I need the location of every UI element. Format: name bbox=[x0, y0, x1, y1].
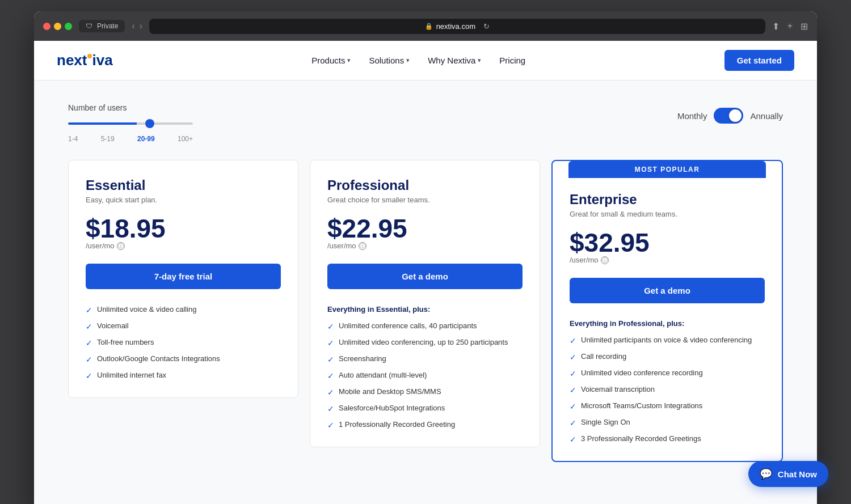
list-item: ✓ Salesforce/HubSpot Integrations bbox=[327, 404, 523, 413]
professional-plan-name: Professional bbox=[327, 177, 523, 193]
traffic-lights bbox=[43, 23, 72, 30]
maximize-button[interactable] bbox=[65, 23, 72, 30]
list-item: ✓ Unlimited internet fax bbox=[86, 371, 281, 380]
user-selector: Number of users 1-4 5-19 20-99 100+ bbox=[68, 103, 193, 143]
check-icon: ✓ bbox=[327, 338, 334, 348]
chat-icon: 💬 bbox=[760, 468, 772, 480]
nav-links: Products ▾ Solutions ▾ Why Nextiva ▾ Pri… bbox=[136, 56, 702, 65]
enterprise-info-icon[interactable]: ⓘ bbox=[601, 256, 609, 264]
new-tab-icon[interactable]: + bbox=[787, 21, 793, 32]
check-icon: ✓ bbox=[570, 336, 576, 345]
browser-actions: ⬆ + ⊞ bbox=[772, 21, 808, 32]
nav-why-nextiva[interactable]: Why Nextiva ▾ bbox=[428, 56, 481, 65]
billing-annually-label: Annually bbox=[750, 111, 783, 121]
minimize-button[interactable] bbox=[54, 23, 61, 30]
toggle-knob bbox=[729, 109, 742, 122]
check-icon: ✓ bbox=[86, 355, 92, 364]
list-item: ✓ Unlimited video conferencing, up to 25… bbox=[327, 338, 523, 348]
enterprise-card-inner: Enterprise Great for small & medium team… bbox=[570, 178, 765, 444]
nav-pricing[interactable]: Pricing bbox=[499, 56, 525, 65]
feature-text: Single Sign On bbox=[581, 418, 630, 426]
browser-chrome: 🛡 Private ‹ › 🔒 nextiva.com ↻ ⬆ + ⊞ bbox=[34, 11, 817, 41]
pricing-cards: Essential Easy, quick start plan. $18.95… bbox=[68, 160, 783, 462]
billing-toggle[interactable] bbox=[714, 108, 743, 124]
range-100plus[interactable]: 100+ bbox=[178, 135, 193, 143]
feature-text: 1 Professionally Recorded Greeting bbox=[339, 420, 455, 429]
essential-price-sub-text: /user/mo bbox=[86, 242, 115, 250]
feature-text: Salesforce/HubSpot Integrations bbox=[339, 404, 445, 412]
list-item: ✓ Screensharing bbox=[327, 354, 523, 364]
professional-price-sub-text: /user/mo bbox=[327, 242, 356, 250]
check-icon: ✓ bbox=[570, 435, 576, 444]
get-started-button[interactable]: Get started bbox=[724, 50, 794, 71]
essential-card: Essential Easy, quick start plan. $18.95… bbox=[68, 160, 298, 398]
slider-container bbox=[68, 117, 193, 127]
professional-plan-price: $22.95 bbox=[327, 215, 523, 242]
close-button[interactable] bbox=[43, 23, 50, 30]
professional-plan-desc: Great choice for smaller teams. bbox=[327, 196, 523, 204]
check-icon: ✓ bbox=[327, 371, 334, 380]
list-item: ✓ 1 Professionally Recorded Greeting bbox=[327, 420, 523, 430]
list-item: ✓ Mobile and Desktop SMS/MMS bbox=[327, 387, 523, 397]
feature-text: Toll-free numbers bbox=[97, 338, 154, 346]
nav-solutions-label: Solutions bbox=[369, 56, 404, 65]
list-item: ✓ Outlook/Google Contacts Integrations bbox=[86, 354, 281, 364]
enterprise-card: MOST POPULAR Enterprise Great for small … bbox=[551, 160, 783, 462]
forward-button[interactable]: › bbox=[140, 21, 142, 31]
address-bar[interactable]: 🔒 nextiva.com ↻ bbox=[149, 19, 765, 34]
list-item: ✓ Single Sign On bbox=[570, 418, 765, 427]
feature-text: Unlimited conference calls, 40 participa… bbox=[339, 321, 477, 330]
nav-products-label: Products bbox=[311, 56, 345, 65]
chat-widget[interactable]: 💬 Chat Now bbox=[748, 461, 828, 487]
essential-plan-name: Essential bbox=[86, 177, 281, 193]
check-icon: ✓ bbox=[86, 338, 92, 348]
billing-toggle-group: Monthly Annually bbox=[677, 108, 783, 124]
feature-text: Unlimited video conferencing, up to 250 … bbox=[339, 338, 508, 346]
list-item: ✓ 3 Professionally Recorded Greetings bbox=[570, 434, 765, 444]
billing-monthly-label: Monthly bbox=[677, 111, 707, 121]
grid-icon[interactable]: ⊞ bbox=[801, 21, 808, 32]
list-item: ✓ Toll-free numbers bbox=[86, 338, 281, 348]
nav-solutions[interactable]: Solutions ▾ bbox=[369, 56, 410, 65]
pricing-section: Number of users 1-4 5-19 20-99 100+ Mont… bbox=[34, 81, 817, 504]
essential-cta-button[interactable]: 7-day free trial bbox=[86, 264, 281, 289]
professional-card: Professional Great choice for smaller te… bbox=[310, 160, 540, 447]
feature-text: Unlimited video conference recording bbox=[581, 369, 703, 377]
essential-info-icon[interactable]: ⓘ bbox=[117, 242, 125, 250]
feature-text: Mobile and Desktop SMS/MMS bbox=[339, 387, 441, 396]
enterprise-plan-price: $32.95 bbox=[570, 230, 765, 256]
list-item: ✓ Auto attendant (multi-level) bbox=[327, 371, 523, 380]
range-1-4[interactable]: 1-4 bbox=[68, 135, 78, 143]
professional-info-icon[interactable]: ⓘ bbox=[359, 242, 366, 250]
check-icon: ✓ bbox=[327, 322, 334, 331]
share-icon[interactable]: ⬆ bbox=[772, 21, 780, 32]
enterprise-cta-button[interactable]: Get a demo bbox=[570, 278, 765, 303]
list-item: ✓ Microsoft Teams/Custom Integrations bbox=[570, 401, 765, 411]
list-item: ✓ Unlimited participants on voice & vide… bbox=[570, 336, 765, 345]
list-item: ✓ Voicemail transcription bbox=[570, 385, 765, 395]
check-icon: ✓ bbox=[86, 322, 92, 331]
reload-icon: ↻ bbox=[483, 22, 490, 31]
check-icon: ✓ bbox=[86, 371, 92, 380]
user-count-slider[interactable] bbox=[68, 122, 193, 125]
nav-products[interactable]: Products ▾ bbox=[311, 56, 351, 65]
browser-window: 🛡 Private ‹ › 🔒 nextiva.com ↻ ⬆ + ⊞ next… bbox=[34, 11, 817, 504]
professional-feature-list: ✓ Unlimited conference calls, 40 partici… bbox=[327, 321, 523, 430]
essential-feature-list: ✓ Unlimited voice & video calling ✓ Voic… bbox=[86, 305, 281, 380]
enterprise-plan-name: Enterprise bbox=[570, 192, 765, 207]
chevron-down-icon: ▾ bbox=[406, 57, 410, 64]
check-icon: ✓ bbox=[327, 404, 334, 413]
feature-text: Unlimited voice & video calling bbox=[97, 305, 197, 314]
range-20-99[interactable]: 20-99 bbox=[137, 135, 155, 143]
browser-nav: ‹ › bbox=[132, 21, 142, 31]
feature-text: Microsoft Teams/Custom Integrations bbox=[581, 401, 702, 410]
professional-cta-button[interactable]: Get a demo bbox=[327, 264, 523, 289]
back-button[interactable]: ‹ bbox=[132, 21, 134, 31]
logo[interactable]: nextiva bbox=[57, 52, 113, 69]
browser-tab[interactable]: 🛡 Private bbox=[79, 20, 125, 32]
feature-text: 3 Professionally Recorded Greetings bbox=[581, 434, 701, 443]
range-5-19[interactable]: 5-19 bbox=[101, 135, 115, 143]
feature-text: Unlimited internet fax bbox=[97, 371, 166, 379]
lock-icon: 🔒 bbox=[425, 23, 433, 30]
check-icon: ✓ bbox=[327, 355, 334, 364]
